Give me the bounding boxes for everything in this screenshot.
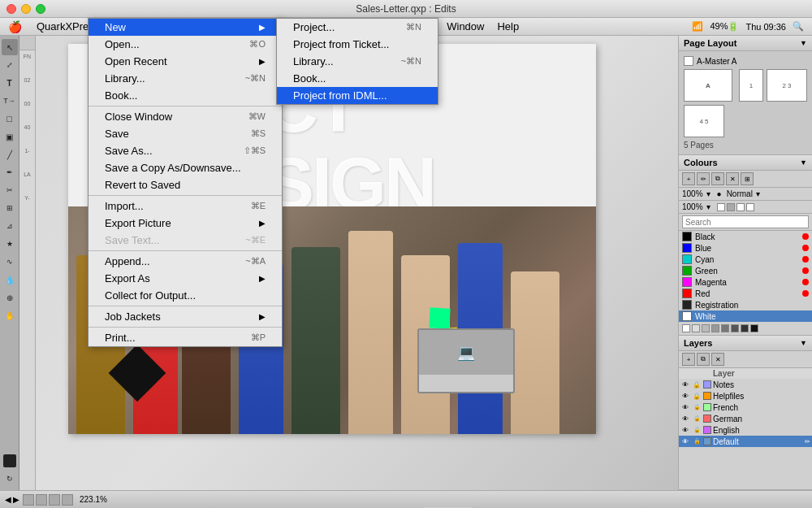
swatch-w7[interactable] (741, 324, 749, 332)
swatch-gray-small[interactable] (727, 203, 735, 211)
master-checkbox[interactable] (684, 56, 693, 66)
swatch-none-small[interactable] (736, 203, 745, 211)
menu-new[interactable]: New ▶ (89, 19, 282, 36)
colour-row-registration[interactable]: Registration (679, 299, 812, 310)
layer-helpfiles[interactable]: 👁 🔒 Helpfiles (679, 390, 812, 402)
layers-new-btn[interactable]: + (682, 353, 695, 366)
menu-export-picture[interactable]: Export Picture▶ (89, 215, 282, 232)
page-icon-4[interactable] (62, 494, 73, 506)
tool-pic-box[interactable]: ▣ (2, 128, 18, 145)
swatch-w6[interactable] (731, 324, 739, 332)
menu-append[interactable]: Append...~⌘A (89, 253, 282, 270)
tool-rotate[interactable]: ↻ (2, 471, 18, 487)
tool-composition[interactable]: ⊿ (2, 218, 18, 234)
menu-save-copy[interactable]: Save a Copy As/Downsave... (89, 159, 282, 176)
tool-table[interactable]: ⊞ (2, 200, 18, 216)
menu-save-as[interactable]: Save As...⇧⌘S (89, 142, 282, 159)
menu-collect-output[interactable]: Collect for Output... (89, 287, 282, 304)
colours-dup-btn[interactable]: ⧉ (711, 172, 724, 185)
apple-menu[interactable]: 🍎 (0, 20, 30, 33)
window-controls[interactable] (6, 4, 45, 14)
new-library[interactable]: Library...~⌘N (277, 53, 438, 70)
new-project-idml[interactable]: Project from IDML... (277, 87, 438, 104)
layer-lock-french[interactable]: 🔒 (692, 402, 702, 412)
colours-grid-btn[interactable]: ⊞ (741, 172, 754, 185)
layer-lock-notes[interactable]: 🔒 (692, 380, 702, 389)
layers-dup-btn[interactable]: ⧉ (697, 353, 710, 366)
menu-revert[interactable]: Revert to Saved (89, 176, 282, 193)
page-thumb-2-3[interactable]: 2 3 (767, 69, 807, 102)
colour-row-blue[interactable]: Blue (679, 242, 812, 254)
layer-lock-default[interactable]: 🔒 (692, 436, 702, 446)
layer-german[interactable]: 👁 🔒 German (679, 413, 812, 424)
tool-star[interactable]: ★ (2, 236, 18, 252)
tool-bezier[interactable]: ✒ (2, 164, 18, 180)
colour-search-input[interactable] (682, 215, 809, 228)
colours-edit-btn[interactable]: ✏ (697, 172, 710, 185)
tool-bezier2[interactable]: ∿ (2, 254, 18, 270)
page-icon-1[interactable] (23, 494, 34, 506)
layer-default[interactable]: 👁 🔒 Default ✏ (679, 436, 812, 447)
menu-open-recent[interactable]: Open Recent▶ (89, 53, 282, 70)
tool-pan[interactable]: ✋ (2, 307, 18, 323)
tool-zoom[interactable]: ⊕ (2, 289, 18, 306)
page-navigation[interactable]: ◀ ▶ (5, 495, 19, 504)
tool-scissors[interactable]: ✂ (2, 182, 18, 198)
swatch-white-small[interactable] (717, 203, 725, 211)
colour-row-green[interactable]: Green (679, 265, 812, 276)
colour-row-red[interactable]: Red (679, 288, 812, 299)
swatch-w4[interactable] (711, 324, 719, 332)
swatch-w1[interactable] (682, 324, 690, 332)
tool-color-fg[interactable] (3, 454, 16, 467)
colour-pct-dropdown[interactable]: ▾ (706, 189, 710, 198)
swatch-reg-small[interactable] (746, 203, 754, 211)
menu-save[interactable]: Save⌘S (89, 125, 282, 142)
tool-text[interactable]: T (2, 75, 18, 91)
menu-library[interactable]: Library...~⌘N (89, 70, 282, 87)
colour-pct2-dropdown[interactable]: ▾ (706, 202, 710, 211)
layer-eye-english[interactable]: 👁 (680, 425, 690, 435)
layers-header[interactable]: Layers ▼ (679, 336, 812, 351)
swatch-w8[interactable] (750, 324, 758, 332)
colour-row-black[interactable]: Black (679, 231, 812, 242)
blend-mode-dropdown[interactable]: ▾ (756, 189, 760, 198)
menu-export-as[interactable]: Export As▶ (89, 270, 282, 287)
colours-header[interactable]: Colours ▼ (679, 155, 812, 171)
page-prev-btn[interactable]: ◀ (5, 495, 11, 504)
tool-link-text[interactable]: T→ (2, 93, 18, 109)
swatch-w3[interactable] (702, 324, 710, 332)
menu-import[interactable]: Import...⌘E (89, 198, 282, 215)
tool-eyedropper[interactable]: 💧 (2, 271, 18, 288)
tool-rect-box[interactable]: □ (2, 111, 18, 127)
page-layout-header[interactable]: Page Layout ▼ (679, 36, 812, 51)
new-project[interactable]: Project...⌘N (277, 19, 438, 36)
tool-line[interactable]: ╱ (2, 146, 18, 163)
tool-item-mover[interactable]: ⤢ (2, 57, 18, 73)
colour-row-cyan[interactable]: Cyan (679, 254, 812, 265)
layer-eye-helpfiles[interactable]: 👁 (680, 391, 690, 401)
layer-eye-french[interactable]: 👁 (680, 402, 690, 412)
minimize-button[interactable] (21, 4, 31, 14)
menu-print[interactable]: Print...⌘P (89, 329, 282, 346)
layer-french[interactable]: 👁 🔒 French (679, 402, 812, 413)
page-thumb-1[interactable]: 1 (739, 69, 763, 102)
layer-notes[interactable]: 👁 🔒 Notes (679, 379, 812, 390)
swatch-w5[interactable] (721, 324, 729, 332)
layers-del-btn[interactable]: ✕ (711, 353, 724, 366)
layer-eye-notes[interactable]: 👁 (680, 380, 690, 389)
menu-open[interactable]: Open...⌘O (89, 36, 282, 53)
page-icon-3[interactable] (49, 494, 60, 506)
layer-english[interactable]: 👁 🔒 English (679, 424, 812, 436)
maximize-button[interactable] (36, 4, 45, 14)
new-book[interactable]: Book... (277, 70, 438, 87)
page-icon-2[interactable] (36, 494, 47, 506)
colour-row-white[interactable]: White (679, 310, 812, 322)
tool-pointer[interactable]: ↖ (2, 39, 18, 55)
layer-lock-german[interactable]: 🔒 (692, 414, 702, 423)
search-icon[interactable]: 🔍 (793, 21, 804, 32)
page-next-btn[interactable]: ▶ (13, 495, 19, 504)
menu-window[interactable]: Window (440, 19, 490, 34)
layer-lock-helpfiles[interactable]: 🔒 (692, 391, 702, 401)
close-button[interactable] (6, 4, 16, 14)
swatch-w2[interactable] (692, 324, 700, 332)
